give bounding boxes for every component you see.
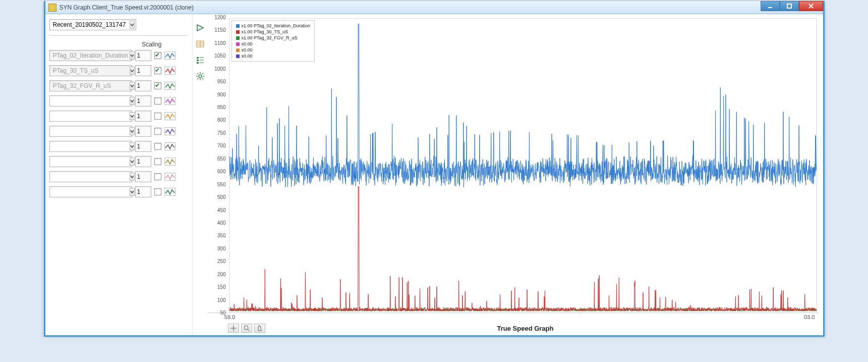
chevron-down-icon[interactable] [130, 127, 135, 135]
chevron-down-icon[interactable] [130, 97, 135, 105]
signal-combo[interactable] [49, 80, 132, 91]
legend-item: x0.00 [236, 41, 311, 47]
signal-combo-input[interactable] [52, 158, 130, 166]
signal-combo-input[interactable] [52, 127, 130, 135]
signal-combo-input[interactable] [52, 51, 130, 60]
x-axis: 58.0 03.0 [208, 314, 819, 323]
titlebar[interactable]: SYN Graph Client_True Speed.vi:2000001 (… [45, 1, 823, 14]
visibility-checkbox[interactable] [154, 158, 161, 165]
signal-combo-input[interactable] [52, 173, 130, 181]
trace-swatch[interactable] [164, 142, 176, 150]
signal-row: 1 [49, 171, 188, 182]
signal-row: 1 [49, 80, 188, 91]
maximize-icon [786, 3, 792, 9]
chevron-down-icon[interactable] [130, 173, 135, 181]
signal-combo[interactable] [49, 111, 132, 122]
legend-item: x0.00 [236, 53, 311, 59]
chevron-down-icon[interactable] [130, 82, 135, 90]
visibility-checkbox[interactable] [154, 52, 161, 59]
visibility-checkbox[interactable] [154, 67, 161, 74]
minimize-button[interactable] [761, 1, 780, 11]
scale-value: 1 [137, 173, 141, 180]
signal-combo[interactable] [49, 95, 132, 107]
signal-combo-input[interactable] [52, 97, 130, 105]
plot-area[interactable]: x1.00 PTag_02_Iteration_Durationx1.00 PT… [229, 18, 817, 312]
signal-combo[interactable] [49, 186, 132, 197]
y-tick: 1100 [214, 40, 225, 45]
signal-combo-input[interactable] [52, 82, 130, 90]
scale-input[interactable]: 1 [135, 171, 151, 182]
trace-swatch[interactable] [164, 51, 176, 60]
scale-input[interactable]: 1 [135, 141, 151, 152]
svg-line-27 [248, 329, 250, 331]
scale-input[interactable]: 1 [135, 95, 151, 107]
trace-swatch[interactable] [164, 112, 176, 120]
dataset-combo-input[interactable] [52, 21, 130, 29]
gear-icon[interactable] [196, 72, 205, 81]
scale-input[interactable]: 1 [135, 186, 151, 197]
visibility-checkbox[interactable] [154, 97, 161, 105]
chevron-down-icon[interactable] [130, 112, 135, 120]
maximize-button[interactable] [780, 1, 799, 11]
zoom-icon [244, 325, 250, 331]
pan-tool-button[interactable] [254, 324, 265, 333]
signal-combo[interactable] [49, 126, 132, 137]
signal-combo[interactable] [49, 156, 132, 167]
zoom-tool-button[interactable] [241, 324, 252, 333]
trace-swatch[interactable] [164, 127, 176, 135]
chart-legend: x1.00 PTag_02_Iteration_Durationx1.00 PT… [232, 20, 315, 62]
trace-swatch[interactable] [164, 158, 176, 166]
scale-input[interactable]: 1 [135, 50, 151, 61]
trace-swatch[interactable] [164, 97, 176, 105]
y-tick: 750 [217, 130, 226, 135]
run-arrow-icon[interactable] [196, 23, 205, 32]
chevron-down-icon[interactable] [130, 188, 135, 196]
visibility-checkbox[interactable] [154, 188, 161, 195]
chart-canvas [229, 19, 817, 311]
visibility-checkbox[interactable] [154, 173, 161, 180]
trace-swatch[interactable] [164, 67, 176, 75]
config-panel: Scaling 1111111111 [45, 14, 193, 335]
scale-input[interactable]: 1 [135, 80, 151, 91]
list-icon[interactable] [196, 56, 205, 65]
signal-combo-input[interactable] [52, 112, 130, 120]
signal-combo[interactable] [49, 50, 132, 61]
trace-swatch[interactable] [164, 173, 176, 181]
y-tick: 1050 [214, 53, 225, 59]
scale-input[interactable]: 1 [135, 111, 151, 122]
app-window: SYN Graph Client_True Speed.vi:2000001 (… [44, 1, 825, 337]
crosshair-tool-button[interactable] [228, 324, 239, 333]
minimize-icon [767, 3, 773, 9]
chevron-down-icon[interactable] [130, 51, 135, 60]
chevron-down-icon[interactable] [130, 142, 135, 150]
legend-item: x1.00 PTag_02_Iteration_Duration [236, 23, 311, 29]
chevron-down-icon[interactable] [130, 21, 135, 29]
signal-combo[interactable] [49, 141, 132, 152]
svg-line-20 [197, 73, 198, 74]
y-tick: 150 [217, 284, 226, 290]
close-button[interactable] [799, 1, 823, 11]
trace-swatch[interactable] [164, 188, 176, 196]
table-icon[interactable] [196, 39, 205, 48]
signal-combo-input[interactable] [52, 188, 130, 196]
trace-swatch[interactable] [164, 82, 176, 90]
chevron-down-icon[interactable] [130, 67, 135, 75]
scale-value: 1 [137, 128, 141, 135]
signal-combo-input[interactable] [52, 142, 130, 150]
scaling-header: Scaling [49, 41, 188, 48]
signal-combo[interactable] [49, 171, 132, 182]
scale-input[interactable]: 1 [135, 156, 151, 167]
scale-input[interactable]: 1 [135, 126, 151, 137]
signal-combo-input[interactable] [52, 67, 130, 75]
chevron-down-icon[interactable] [130, 158, 135, 166]
visibility-checkbox[interactable] [154, 128, 161, 135]
visibility-checkbox[interactable] [154, 113, 161, 120]
scale-value: 1 [137, 143, 141, 150]
scale-value: 1 [137, 82, 141, 89]
signal-combo[interactable] [49, 65, 132, 76]
visibility-checkbox[interactable] [154, 143, 161, 150]
visibility-checkbox[interactable] [154, 82, 161, 89]
dataset-combo[interactable] [49, 19, 136, 30]
y-tick: 1150 [214, 27, 225, 33]
scale-input[interactable]: 1 [135, 65, 151, 76]
